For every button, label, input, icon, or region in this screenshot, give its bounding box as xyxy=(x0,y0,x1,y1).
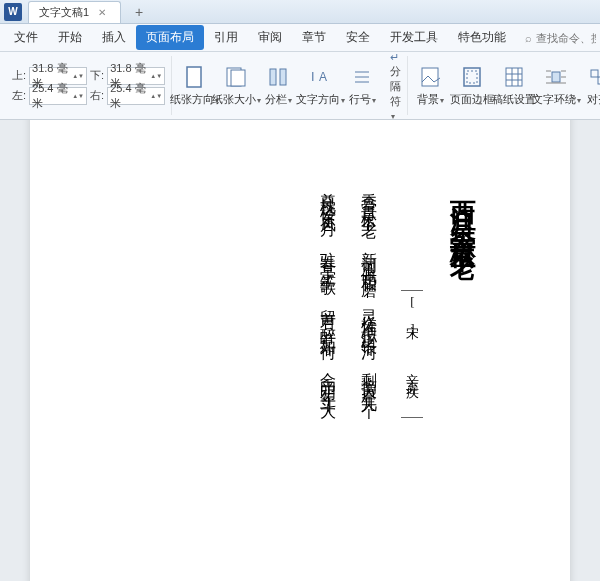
svg-rect-4 xyxy=(280,69,286,85)
menu-安全[interactable]: 安全 xyxy=(336,25,380,50)
menu-bar: 文件开始插入页面布局引用审阅章节安全开发工具特色功能 ⌕ xyxy=(0,24,600,52)
menu-页面布局[interactable]: 页面布局 xyxy=(136,25,204,50)
grid-settings-button[interactable]: 稿纸设置 xyxy=(494,56,534,115)
separator-button[interactable]: ↵ 分隔符 ▾ xyxy=(390,51,401,121)
stepper-icon[interactable]: ▲▼ xyxy=(72,73,84,79)
svg-rect-0 xyxy=(187,67,201,87)
document-page[interactable]: 西江月・秀骨青松不老 [宋] 辛弃疾 秀骨青松不老，新词玉佩相磨。灵槎准拟泛银河… xyxy=(30,120,570,581)
background-button[interactable]: 背景▾ xyxy=(410,56,450,115)
align-icon xyxy=(586,65,600,89)
poem-author: [宋] 辛弃疾 xyxy=(401,290,423,418)
line-numbers-button[interactable]: 行号▾ xyxy=(342,56,382,115)
svg-rect-18 xyxy=(552,72,560,82)
app-icon: W xyxy=(4,3,22,21)
titlebar: W 文字文稿1 ✕ + xyxy=(0,0,600,24)
menu-开发工具[interactable]: 开发工具 xyxy=(380,25,448,50)
menu-章节[interactable]: 章节 xyxy=(292,25,336,50)
margin-top-label: 上: xyxy=(12,68,26,83)
paper-size-button[interactable]: 纸张大小▾ xyxy=(216,56,256,115)
search-box[interactable]: ⌕ xyxy=(525,32,596,44)
text-wrap-button[interactable]: 文字环绕▾ xyxy=(536,56,576,115)
orientation-button[interactable]: 纸张方向▾ xyxy=(174,56,214,115)
menu-引用[interactable]: 引用 xyxy=(204,25,248,50)
chevron-down-icon: ▾ xyxy=(288,96,292,105)
svg-rect-13 xyxy=(506,68,522,86)
svg-rect-12 xyxy=(467,71,477,83)
menu-开始[interactable]: 开始 xyxy=(48,25,92,50)
svg-rect-2 xyxy=(231,70,245,86)
text-wrap-icon xyxy=(544,65,568,89)
margin-bottom-label: 下: xyxy=(90,68,104,83)
menu-审阅[interactable]: 审阅 xyxy=(248,25,292,50)
svg-rect-24 xyxy=(591,70,598,77)
margin-right-label: 右: xyxy=(90,88,104,103)
poem-line-2: 奠枕楼东风月，驻春亭上笙歌。留君一醉意如何。金印明年斗大。 xyxy=(319,180,338,418)
columns-button[interactable]: 分栏▾ xyxy=(258,56,298,115)
paper-size-icon xyxy=(224,65,248,89)
align-button[interactable]: 对齐 xyxy=(578,56,600,115)
text-direction-icon: ⅠA xyxy=(308,65,332,89)
menu-特色功能[interactable]: 特色功能 xyxy=(448,25,516,50)
ribbon: 上: 31.8 毫米▲▼ 下: 31.8 毫米▲▼ 左: 25.4 毫米▲▼ 右… xyxy=(0,52,600,120)
search-input[interactable] xyxy=(536,32,596,44)
document-tab[interactable]: 文字文稿1 ✕ xyxy=(28,1,121,23)
background-icon xyxy=(418,65,442,89)
page-border-button[interactable]: 页面边框 xyxy=(452,56,492,115)
text-direction-button[interactable]: ⅠA 文字方向▾ xyxy=(300,56,340,115)
columns-icon xyxy=(266,65,290,89)
search-icon: ⌕ xyxy=(525,32,532,44)
orientation-icon xyxy=(182,65,206,89)
svg-text:A: A xyxy=(319,70,327,84)
menu-插入[interactable]: 插入 xyxy=(92,25,136,50)
chevron-down-icon: ▾ xyxy=(372,96,376,105)
stepper-icon[interactable]: ▲▼ xyxy=(150,73,162,79)
svg-text:Ⅰ: Ⅰ xyxy=(311,70,315,84)
tab-title: 文字文稿1 xyxy=(39,6,89,18)
poem-line-1: 秀骨青松不老，新词玉佩相磨。灵槎准拟泛银河。剩摘天星几个。 xyxy=(360,180,379,418)
close-icon[interactable]: ✕ xyxy=(98,7,106,18)
chevron-down-icon: ▾ xyxy=(440,96,444,105)
stepper-icon[interactable]: ▲▼ xyxy=(72,93,84,99)
add-tab-button[interactable]: + xyxy=(129,4,149,20)
page-border-icon xyxy=(460,65,484,89)
page-area: 西江月・秀骨青松不老 [宋] 辛弃疾 秀骨青松不老，新词玉佩相磨。灵槎准拟泛银河… xyxy=(0,120,600,581)
margin-right-input[interactable]: 25.4 毫米▲▼ xyxy=(107,87,165,105)
margin-group: 上: 31.8 毫米▲▼ 下: 31.8 毫米▲▼ 左: 25.4 毫米▲▼ 右… xyxy=(6,56,172,115)
grid-icon xyxy=(502,65,526,89)
svg-rect-10 xyxy=(422,68,438,86)
menu-文件[interactable]: 文件 xyxy=(4,25,48,50)
stepper-icon[interactable]: ▲▼ xyxy=(150,93,162,99)
margin-left-input[interactable]: 25.4 毫米▲▼ xyxy=(29,87,87,105)
margin-left-label: 左: xyxy=(12,88,26,103)
svg-rect-3 xyxy=(270,69,276,85)
poem-title: 西江月・秀骨青松不老 xyxy=(445,180,480,418)
line-numbers-icon xyxy=(350,65,374,89)
